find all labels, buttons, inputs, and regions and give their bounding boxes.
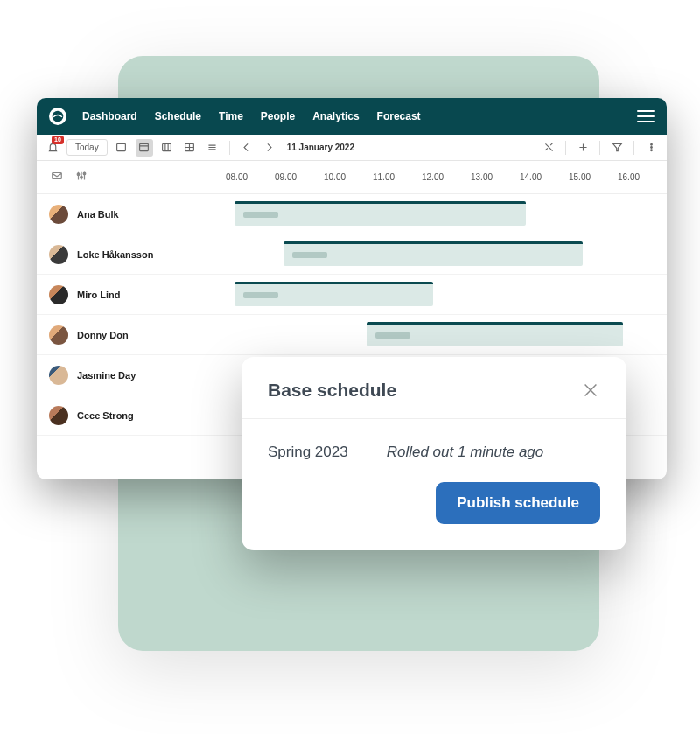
avatar [49, 325, 68, 345]
more-icon[interactable] [642, 139, 660, 157]
avatar [49, 285, 68, 304]
person-name: Loke Håkansson [77, 249, 153, 260]
sliders-icon[interactable] [75, 170, 88, 185]
toolbar-separator [229, 141, 230, 155]
schedule-row: Donny Don [37, 315, 667, 355]
time-label: 11.00 [373, 172, 422, 182]
person-name: Donny Don [77, 330, 129, 340]
nav-forecast[interactable]: Forecast [377, 110, 421, 122]
svg-point-17 [650, 147, 652, 149]
view-list-icon[interactable] [204, 139, 221, 157]
shift-block[interactable] [234, 201, 526, 226]
svg-point-23 [77, 172, 80, 175]
today-button[interactable]: Today [66, 139, 108, 156]
person-name: Ana Bulk [77, 209, 119, 220]
schedule-row: Miro Lind [37, 275, 667, 315]
timeline-header: 08.00 09.00 10.00 11.00 12.00 13.00 14.0… [37, 161, 667, 194]
avatar [49, 406, 68, 425]
svg-rect-2 [140, 143, 149, 150]
schedule-period-label: Spring 2023 [268, 444, 348, 461]
time-label: 15.00 [569, 172, 618, 182]
schedule-row: Ana Bulk [37, 194, 667, 234]
signal-off-icon[interactable] [540, 139, 557, 157]
svg-rect-1 [117, 143, 126, 150]
notification-badge: 10 [52, 136, 64, 144]
schedule-row: Loke Håkansson [37, 234, 667, 275]
view-week-icon[interactable] [158, 139, 176, 157]
time-label: 13.00 [471, 172, 520, 182]
top-nav-bar: Dashboard Schedule Time People Analytics… [37, 98, 667, 135]
nav-items: Dashboard Schedule Time People Analytics… [82, 110, 421, 122]
svg-rect-19 [52, 172, 62, 178]
mail-icon[interactable] [51, 170, 63, 185]
nav-time[interactable]: Time [219, 110, 243, 122]
app-logo-icon [49, 108, 66, 125]
svg-rect-4 [163, 143, 172, 150]
base-schedule-modal: Base schedule Spring 2023 Rolled out 1 m… [242, 357, 626, 550]
avatar [49, 366, 68, 385]
avatar [49, 245, 68, 264]
time-label: 12.00 [422, 172, 471, 182]
notifications-icon[interactable]: 10 [44, 139, 61, 157]
shift-block[interactable] [367, 322, 622, 346]
publish-schedule-button[interactable]: Publish schedule [436, 482, 600, 524]
prev-icon[interactable] [238, 139, 256, 157]
nav-dashboard[interactable]: Dashboard [82, 110, 137, 122]
person-name: Cece Strong [77, 410, 134, 421]
person-name: Miro Lind [77, 290, 121, 300]
svg-point-24 [80, 176, 83, 178]
view-day-icon[interactable] [136, 139, 153, 157]
filter-icon[interactable] [608, 139, 626, 157]
view-single-icon[interactable] [113, 139, 130, 157]
toolbar-separator [634, 141, 634, 155]
current-date-label: 11 January 2022 [287, 143, 354, 152]
time-label: 09.00 [275, 172, 324, 182]
svg-point-16 [650, 143, 652, 145]
shift-block[interactable] [234, 282, 433, 306]
time-label: 08.00 [226, 172, 275, 182]
add-icon[interactable] [574, 139, 592, 157]
menu-icon[interactable] [637, 110, 654, 122]
time-label: 16.00 [618, 172, 667, 182]
svg-marker-15 [612, 143, 621, 150]
shift-block[interactable] [284, 241, 584, 266]
person-name: Jasmine Day [77, 370, 136, 381]
time-label: 10.00 [324, 172, 373, 182]
toolbar-separator [599, 141, 600, 155]
nav-analytics[interactable]: Analytics [312, 110, 359, 122]
next-icon[interactable] [261, 139, 278, 157]
time-label: 14.00 [520, 172, 569, 182]
rollout-status: Rolled out 1 minute ago [387, 444, 544, 461]
modal-title: Base schedule [268, 380, 396, 401]
toolbar-separator [565, 141, 566, 155]
avatar [49, 205, 68, 224]
nav-people[interactable]: People [261, 110, 295, 122]
close-icon[interactable] [581, 381, 600, 400]
view-grid-icon[interactable] [181, 139, 199, 157]
svg-point-18 [650, 150, 652, 151]
svg-point-25 [83, 172, 86, 175]
nav-schedule[interactable]: Schedule [155, 110, 201, 122]
toolbar: 10 Today 11 J [37, 135, 667, 161]
